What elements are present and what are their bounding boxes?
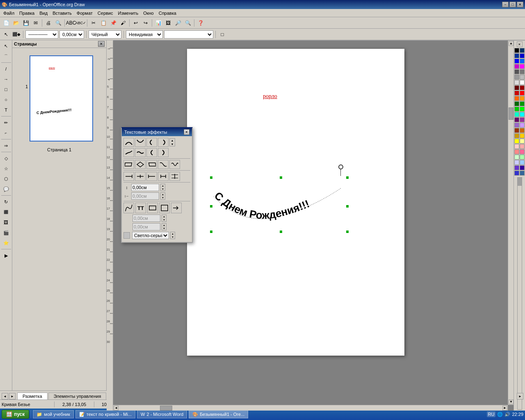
extra-spin2-up[interactable]: ▲ xyxy=(162,224,166,227)
swatch-dark-blue[interactable] xyxy=(520,48,525,53)
shape-paren-close[interactable] xyxy=(158,148,169,157)
handle-bl[interactable] xyxy=(210,230,213,233)
zoom2-btn[interactable]: 🔍 xyxy=(183,18,192,27)
scroll-right-btn[interactable]: ► xyxy=(502,406,507,411)
swatch-blue2[interactable] xyxy=(520,53,525,58)
taskbar-item-2[interactable]: 📝 текст по кривой - Mi... xyxy=(75,410,135,418)
insert-chart-btn[interactable]: 📊 xyxy=(154,18,163,27)
palette-scrollbar[interactable] xyxy=(517,177,522,410)
bezier-tool[interactable]: ⌒ xyxy=(1,51,11,61)
shape-flag[interactable] xyxy=(158,160,169,169)
swatch-pink2[interactable] xyxy=(520,144,525,149)
swatch-gray4[interactable] xyxy=(520,75,525,80)
extra-input2[interactable] xyxy=(132,223,160,231)
shapes-scrollbar[interactable]: ▲ ▼ xyxy=(169,138,175,146)
taskbar-item-4[interactable]: 🎨 Безымянный1 - Ore... xyxy=(189,410,248,418)
swatch-red3[interactable] xyxy=(520,91,525,96)
shape-s-curve1[interactable] xyxy=(123,148,134,157)
swatch-orange[interactable] xyxy=(514,96,519,101)
redo-btn[interactable]: ↪ xyxy=(141,18,150,27)
shape-arch-up[interactable] xyxy=(123,138,134,147)
height-spin-dn[interactable]: ▼ xyxy=(161,187,165,191)
scrollbar-v[interactable]: ▲ ▼ xyxy=(508,41,514,405)
color-spin-dn[interactable]: ▼ xyxy=(171,235,175,239)
swatch-yellow1[interactable] xyxy=(514,133,519,138)
scroll-left-btn[interactable]: ◄ xyxy=(114,406,119,411)
height-spinner[interactable]: ▲ ▼ xyxy=(160,184,165,191)
swatch-teal[interactable] xyxy=(514,112,519,117)
shape-curve-left[interactable] xyxy=(146,138,157,147)
extra-spinner2[interactable]: ▲ ▼ xyxy=(162,223,167,231)
effects-tool[interactable]: ⭐ xyxy=(1,238,11,248)
rotation-handle[interactable] xyxy=(338,164,343,169)
swatch-light-blue2[interactable] xyxy=(520,160,525,165)
swatch-darkgreen[interactable] xyxy=(514,101,519,106)
taskbar-item-3[interactable]: W 2 - Microsoft Word xyxy=(137,410,187,418)
swatch-green3[interactable] xyxy=(520,107,525,112)
shapes2-tool[interactable]: ☆ xyxy=(1,164,11,173)
scroll-h-thumb[interactable] xyxy=(160,406,172,411)
height-input[interactable]: 0,00см xyxy=(131,184,159,191)
rect-tool[interactable]: □ xyxy=(1,84,11,94)
spell-btn[interactable]: ABC xyxy=(66,18,75,27)
ellipse-tool[interactable]: ○ xyxy=(1,95,11,105)
align-right2[interactable] xyxy=(158,172,169,181)
handle-tl[interactable] xyxy=(210,176,213,179)
color-spinner[interactable]: ▲ ▼ xyxy=(170,232,175,239)
shapes-tool[interactable]: ◇ xyxy=(1,153,11,163)
color-select[interactable]: Чёрный xyxy=(89,30,121,39)
tab-prev-btn[interactable]: ◄ xyxy=(2,393,8,399)
align-distribute[interactable] xyxy=(169,172,180,181)
extra-spinner1[interactable]: ▲ ▼ xyxy=(162,215,167,222)
bottom-rect2-btn[interactable] xyxy=(159,203,170,213)
text-tool[interactable]: T xyxy=(1,105,11,115)
swatch-purple3[interactable] xyxy=(514,123,519,128)
menu-edit[interactable]: Правка xyxy=(17,10,37,16)
menu-format[interactable]: Формат xyxy=(74,10,95,16)
shapes-scroll-up[interactable]: ▲ xyxy=(170,139,175,142)
handle-mr[interactable] xyxy=(346,205,349,208)
swatch-yellow3[interactable] xyxy=(514,139,519,144)
scroll-dn-btn[interactable]: ▼ xyxy=(509,399,514,404)
dialog-close-btn[interactable]: ✕ xyxy=(184,129,189,135)
tab-scroll-btn[interactable]: ► xyxy=(517,393,523,399)
swatch-green1[interactable] xyxy=(520,101,525,106)
offset-spinner[interactable]: ▲ ▼ xyxy=(160,192,165,200)
shape-paren-open[interactable] xyxy=(146,148,157,157)
swatch-gray1[interactable] xyxy=(514,69,519,74)
swatch-blue3[interactable] xyxy=(514,59,519,64)
swatch-red1[interactable] xyxy=(520,85,525,90)
swatch-red2[interactable] xyxy=(514,91,519,96)
align-center[interactable] xyxy=(135,172,146,181)
extra-spin2-dn[interactable]: ▼ xyxy=(162,227,166,230)
swatch-indigo2[interactable] xyxy=(520,165,525,170)
help-btn[interactable]: ❓ xyxy=(196,18,205,27)
save-btn[interactable]: 💾 xyxy=(21,18,30,27)
pencil-tool[interactable]: ✏ xyxy=(1,118,11,128)
menu-help[interactable]: Справка xyxy=(156,10,179,16)
swatch-yellow4[interactable] xyxy=(520,139,525,144)
shapes-scroll-dn[interactable]: ▼ xyxy=(170,142,175,146)
extra-spin1-dn[interactable]: ▼ xyxy=(162,218,166,221)
swatch-gray5[interactable] xyxy=(514,80,519,85)
copy-btn[interactable]: 📋 xyxy=(99,18,108,27)
swatch-brown2[interactable] xyxy=(520,128,525,133)
bottom-rect1-btn[interactable] xyxy=(147,203,158,213)
color-spin-up[interactable]: ▲ xyxy=(171,232,175,235)
align-tool[interactable]: ⬛ xyxy=(1,207,11,217)
shape-wave[interactable] xyxy=(135,148,146,157)
shape-slant2[interactable] xyxy=(146,160,157,169)
spell2-btn[interactable]: ABC✓ xyxy=(76,18,85,27)
flowchart-tool[interactable]: ⬡ xyxy=(1,174,11,184)
fill-select[interactable]: Невидимая xyxy=(126,30,163,39)
handle-tm[interactable] xyxy=(279,176,283,179)
menu-view[interactable]: Вид xyxy=(37,10,50,16)
swatch-steel[interactable] xyxy=(520,171,525,176)
swatch-light-green2[interactable] xyxy=(520,155,525,160)
maximize-button[interactable]: □ xyxy=(509,2,516,7)
start-button[interactable]: 🪟 пуск xyxy=(2,410,29,419)
scrollbar-h[interactable]: ◄ ► xyxy=(113,405,508,411)
swatch-cyan[interactable] xyxy=(520,112,525,117)
right-arrow-tool[interactable]: ⇒ xyxy=(1,141,11,151)
close-button[interactable]: ✕ xyxy=(517,2,523,7)
